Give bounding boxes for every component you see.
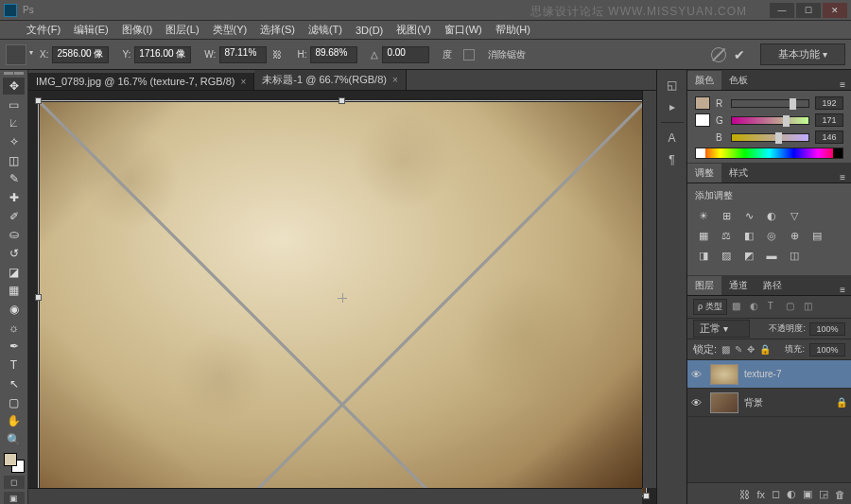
- zoom-tool[interactable]: 🔍: [3, 431, 25, 449]
- lock-trans-icon[interactable]: ▩: [721, 344, 730, 355]
- fg-swatch[interactable]: [695, 96, 710, 110]
- balance-icon[interactable]: ⚖: [718, 228, 735, 243]
- bg-swatch[interactable]: [695, 113, 710, 127]
- gradient-map-icon[interactable]: ▬: [763, 248, 780, 263]
- close-button[interactable]: ✕: [823, 3, 847, 18]
- fx-icon[interactable]: fx: [756, 489, 765, 500]
- tab-swatches[interactable]: 色板: [721, 71, 755, 90]
- layer-row[interactable]: 👁 背景 🔒: [687, 389, 851, 417]
- history-panel-icon[interactable]: ◱: [662, 76, 683, 95]
- opacity-input[interactable]: 100%: [809, 322, 845, 336]
- vibrance-icon[interactable]: ▽: [786, 208, 803, 223]
- dodge-tool[interactable]: ☼: [3, 319, 25, 337]
- b-slider[interactable]: [731, 133, 809, 142]
- brush-tool[interactable]: ✐: [3, 207, 25, 225]
- panel-menu-icon[interactable]: ≡: [834, 172, 851, 182]
- gradient-tool[interactable]: ▦: [3, 282, 25, 300]
- char-panel-icon[interactable]: A: [662, 129, 683, 148]
- path-tool[interactable]: ↖: [3, 375, 25, 393]
- menu-type[interactable]: 类型(Y): [207, 21, 253, 39]
- tab-color[interactable]: 颜色: [687, 71, 721, 90]
- filter-pixel-icon[interactable]: ▩: [732, 301, 745, 314]
- filter-shape-icon[interactable]: ▢: [786, 301, 799, 314]
- cancel-transform-icon[interactable]: [711, 47, 726, 62]
- minimize-button[interactable]: —: [770, 3, 794, 18]
- doc-tab-0[interactable]: IMG_0789.jpg @ 16.7% (texture-7, RGB/8)×: [28, 73, 254, 90]
- w-input[interactable]: 87.11%: [219, 46, 267, 63]
- tab-adjustments[interactable]: 调整: [687, 164, 721, 182]
- para-panel-icon[interactable]: ¶: [662, 150, 683, 169]
- crop-tool[interactable]: ◫: [3, 151, 25, 169]
- wand-tool[interactable]: ✧: [3, 133, 25, 151]
- link-layers-icon[interactable]: ⛓: [739, 489, 750, 500]
- tab-styles[interactable]: 样式: [721, 164, 755, 182]
- screenmode-button[interactable]: ▣: [4, 492, 25, 504]
- eyedropper-tool[interactable]: ✎: [3, 170, 25, 188]
- close-tab-icon[interactable]: ×: [392, 75, 398, 85]
- menu-select[interactable]: 选择(S): [254, 21, 301, 39]
- lookup-icon[interactable]: ▤: [808, 228, 825, 243]
- close-tab-icon[interactable]: ×: [240, 77, 246, 87]
- menu-3d[interactable]: 3D(D): [350, 23, 389, 38]
- lock-all-icon[interactable]: 🔒: [759, 344, 771, 355]
- filter-adjust-icon[interactable]: ◐: [750, 301, 763, 314]
- horizontal-scrollbar[interactable]: [28, 488, 642, 504]
- group-icon[interactable]: ▣: [803, 488, 812, 500]
- blend-mode-select[interactable]: 正常 ▾: [693, 320, 750, 338]
- x-input[interactable]: 2586.00 像: [52, 46, 109, 63]
- mask-icon[interactable]: ◻: [772, 488, 780, 500]
- bw-icon[interactable]: ◧: [740, 228, 757, 243]
- posterize-icon[interactable]: ▨: [718, 248, 735, 263]
- heal-tool[interactable]: ✚: [3, 189, 25, 207]
- curves-icon[interactable]: ∿: [740, 208, 757, 223]
- stamp-tool[interactable]: ⛀: [3, 226, 25, 244]
- h-input[interactable]: 89.68%: [310, 46, 357, 63]
- layer-name[interactable]: 背景: [744, 396, 830, 409]
- b-value[interactable]: 146: [815, 130, 843, 144]
- doc-tab-1[interactable]: 未标题-1 @ 66.7%(RGB/8)×: [254, 70, 406, 90]
- transform-anchor-icon[interactable]: [6, 44, 26, 65]
- antialias-checkbox[interactable]: [463, 49, 475, 61]
- new-layer-icon[interactable]: ◲: [819, 488, 828, 500]
- menu-file[interactable]: 文件(F): [21, 21, 66, 39]
- invert-icon[interactable]: ◨: [695, 248, 712, 263]
- filter-type-icon[interactable]: T: [768, 301, 781, 314]
- layer-name[interactable]: texture-7: [744, 369, 847, 379]
- r-slider[interactable]: [731, 99, 809, 108]
- threshold-icon[interactable]: ◩: [740, 248, 757, 263]
- menu-filter[interactable]: 滤镜(T): [303, 21, 348, 39]
- lock-pixel-icon[interactable]: ✎: [735, 344, 742, 355]
- g-slider[interactable]: [731, 116, 809, 125]
- tab-channels[interactable]: 通道: [721, 276, 755, 295]
- brightness-icon[interactable]: ☀: [695, 208, 712, 223]
- panel-menu-icon[interactable]: ≡: [834, 79, 851, 90]
- actions-panel-icon[interactable]: ▸: [662, 97, 683, 116]
- vertical-scrollbar[interactable]: [642, 91, 656, 488]
- layer-row[interactable]: 👁 texture-7: [687, 360, 851, 389]
- workspace-button[interactable]: 基本功能 ▾: [760, 43, 845, 65]
- layer-thumbnail[interactable]: [710, 364, 738, 385]
- tab-layers[interactable]: 图层: [687, 276, 721, 295]
- g-value[interactable]: 171: [815, 113, 843, 127]
- levels-icon[interactable]: ⊞: [718, 208, 735, 223]
- exposure-icon[interactable]: ◐: [763, 208, 780, 223]
- move-tool[interactable]: ✥: [3, 78, 25, 96]
- commit-transform-icon[interactable]: ✔: [734, 47, 745, 62]
- layer-thumbnail[interactable]: [710, 392, 738, 413]
- link-wh-icon[interactable]: ⛓: [270, 48, 284, 61]
- maximize-button[interactable]: ☐: [796, 3, 821, 18]
- hue-strip[interactable]: [695, 148, 843, 159]
- pen-tool[interactable]: ✒: [3, 338, 25, 356]
- tools-grip-icon[interactable]: [4, 72, 24, 75]
- menu-help[interactable]: 帮助(H): [490, 21, 536, 39]
- visibility-icon[interactable]: 👁: [691, 397, 704, 408]
- menu-edit[interactable]: 编辑(E): [68, 21, 114, 39]
- canvas[interactable]: [40, 102, 645, 495]
- angle-input[interactable]: 0.00: [382, 46, 429, 63]
- filter-smart-icon[interactable]: ◫: [804, 301, 817, 314]
- fill-adjust-icon[interactable]: ◐: [787, 488, 796, 500]
- y-input[interactable]: 1716.00 像: [134, 46, 191, 63]
- selective-icon[interactable]: ◫: [786, 248, 803, 263]
- mixer-icon[interactable]: ⊕: [786, 228, 803, 243]
- blur-tool[interactable]: ◉: [3, 301, 25, 319]
